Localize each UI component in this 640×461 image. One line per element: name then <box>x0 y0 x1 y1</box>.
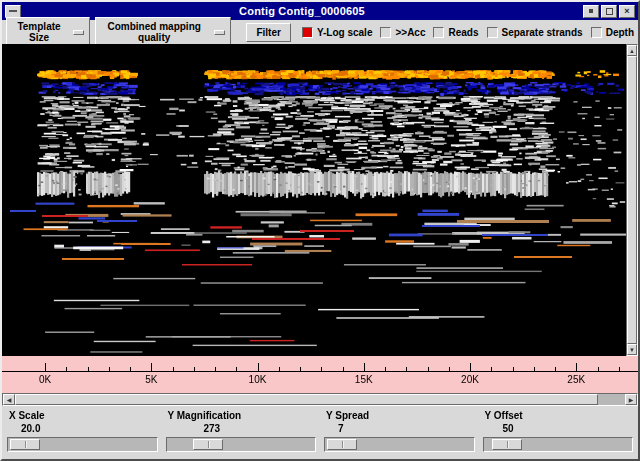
ruler-tick-label: 25K <box>567 374 585 385</box>
ruler-minor-tick <box>385 367 386 372</box>
checkbox-indicator <box>302 27 313 38</box>
close-button[interactable]: × <box>619 5 635 18</box>
scale-slider-x-scale[interactable] <box>7 437 158 452</box>
scale-label: X Scale <box>7 409 158 422</box>
checkbox-label: Depth <box>606 27 634 38</box>
checkbox-label: Reads <box>448 27 478 38</box>
ruler-tick-label: 0K <box>39 374 51 385</box>
ruler-minor-tick <box>300 367 301 372</box>
template-display-area: ▲ ▼ <box>2 44 638 356</box>
checkbox-indicator <box>433 27 444 38</box>
ruler-minor-tick <box>173 367 174 372</box>
ruler-tick-label: 20K <box>461 374 479 385</box>
menu-indicator-icon <box>73 30 84 35</box>
ruler-minor-tick <box>555 367 556 372</box>
ruler-minor-tick <box>406 367 407 372</box>
ruler-major-tick <box>151 363 152 372</box>
window-title: Contig Contig_0000605 <box>22 5 582 17</box>
scroll-down-arrow[interactable]: ▼ <box>627 344 637 355</box>
scale-slider-y-magnification[interactable] <box>166 437 317 452</box>
control-y-spread: Y Spread7 <box>321 408 478 459</box>
ruler-minor-tick <box>215 367 216 372</box>
ruler-major-tick <box>576 363 577 372</box>
template-display-canvas[interactable] <box>2 44 626 356</box>
checkbox-separate-strands[interactable]: Separate strands <box>487 27 583 38</box>
scroll-left-arrow[interactable]: ◀ <box>3 394 15 405</box>
mapping-quality-label: Combined mapping quality <box>101 21 207 43</box>
minimize-button[interactable] <box>583 5 599 18</box>
ruler-minor-tick <box>194 367 195 372</box>
ruler-minor-tick <box>109 367 110 372</box>
ruler-minor-tick <box>343 367 344 372</box>
ruler-tick-label: 15K <box>355 374 373 385</box>
ruler-major-tick <box>258 363 259 372</box>
scale-slider-thumb[interactable] <box>10 439 40 450</box>
ruler-minor-tick <box>321 367 322 372</box>
vertical-scrollbar-thumb[interactable] <box>627 56 637 344</box>
ruler-minor-tick <box>491 367 492 372</box>
template-size-menubutton[interactable]: Template Size <box>6 17 90 47</box>
horizontal-scrollbar[interactable]: ◀ ▶ <box>2 393 638 406</box>
scale-value: 273 <box>166 422 317 435</box>
maximize-icon <box>606 8 613 15</box>
maximize-button[interactable] <box>601 5 617 18</box>
template-size-label: Template Size <box>12 21 66 43</box>
ruler-major-tick <box>45 363 46 372</box>
ruler-major-tick <box>364 363 365 372</box>
checkbox-indicator <box>487 27 498 38</box>
scale-label: Y Offset <box>483 409 634 422</box>
scroll-right-arrow[interactable]: ▶ <box>625 394 637 405</box>
mapping-quality-menubutton[interactable]: Combined mapping quality <box>95 17 231 47</box>
app-window: Contig Contig_0000605 × Template Size Co… <box>0 0 640 461</box>
scale-value: 7 <box>324 422 475 435</box>
scale-slider-thumb[interactable] <box>193 439 223 450</box>
control-x-scale: X Scale20.0 <box>4 408 161 459</box>
scale-label: Y Magnification <box>166 409 317 422</box>
ruler-minor-tick <box>236 367 237 372</box>
filter-button[interactable]: Filter <box>246 23 290 42</box>
window-menu-icon <box>9 10 17 12</box>
ruler-minor-tick <box>428 367 429 372</box>
toolbar-checkboxes: Y-Log scale>>AccReadsSeparate strandsDep… <box>302 27 634 38</box>
ruler-baseline <box>2 371 638 372</box>
ruler-minor-tick <box>619 367 620 372</box>
scale-label: Y Spread <box>324 409 475 422</box>
scale-slider-y-offset[interactable] <box>483 437 634 452</box>
checkbox-label: Separate strands <box>502 27 583 38</box>
scroll-up-arrow[interactable]: ▲ <box>627 45 637 56</box>
checkbox-depth[interactable]: Depth <box>591 27 634 38</box>
checkbox-indicator <box>591 27 602 38</box>
ruler-tick-label: 10K <box>249 374 267 385</box>
checkbox-y-log-scale[interactable]: Y-Log scale <box>302 27 373 38</box>
vertical-scrollbar[interactable]: ▲ ▼ <box>626 44 638 356</box>
controls-panel: X Scale20.0Y Magnification273Y Spread7Y … <box>2 406 638 459</box>
ruler-major-tick <box>470 363 471 372</box>
scale-value: 20.0 <box>7 422 158 435</box>
ruler-minor-tick <box>598 367 599 372</box>
checkbox-indicator <box>380 27 391 38</box>
ruler-minor-tick <box>66 367 67 372</box>
horizontal-scrollbar-thumb[interactable] <box>15 394 598 405</box>
checkbox-acc[interactable]: >>Acc <box>380 27 425 38</box>
ruler-minor-tick <box>513 367 514 372</box>
scale-value: 50 <box>483 422 634 435</box>
ruler-minor-tick <box>88 367 89 372</box>
control-y-offset: Y Offset50 <box>480 408 637 459</box>
toolbar: Template Size Combined mapping quality F… <box>2 20 638 44</box>
ruler: 0K5K10K15K20K25K <box>2 356 638 393</box>
close-icon: × <box>624 7 629 16</box>
ruler-minor-tick <box>130 367 131 372</box>
ruler-minor-tick <box>534 367 535 372</box>
scale-slider-thumb[interactable] <box>327 439 357 450</box>
menu-indicator-icon <box>214 30 225 35</box>
checkbox-reads[interactable]: Reads <box>433 27 478 38</box>
ruler-minor-tick <box>449 367 450 372</box>
window-menu-button[interactable] <box>5 5 21 18</box>
checkbox-label: >>Acc <box>395 27 425 38</box>
ruler-minor-tick <box>279 367 280 372</box>
ruler-tick-label: 5K <box>145 374 157 385</box>
scale-slider-y-spread[interactable] <box>324 437 475 452</box>
control-y-magnification: Y Magnification273 <box>163 408 320 459</box>
minimize-icon <box>589 9 593 13</box>
scale-slider-thumb[interactable] <box>492 439 522 450</box>
